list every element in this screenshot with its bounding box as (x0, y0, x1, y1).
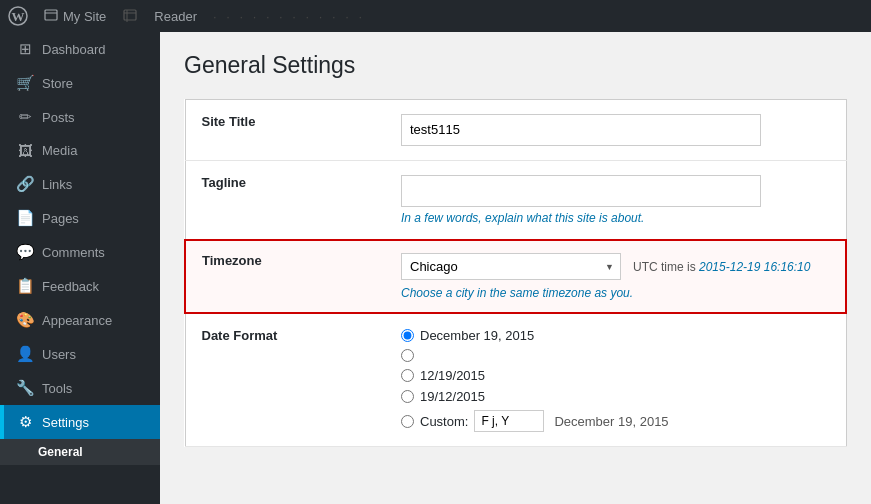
date-custom-result: December 19, 2015 (554, 414, 668, 429)
sidebar-item-media[interactable]: 🖼 Media (0, 134, 160, 167)
sidebar-item-settings[interactable]: ⚙ Settings (0, 405, 160, 439)
sidebar-item-pages[interactable]: 📄 Pages (0, 201, 160, 235)
date-option-eu[interactable]: 19/12/2015 (401, 389, 830, 404)
timezone-select[interactable]: Chicago UTC New York Los Angeles London … (401, 253, 621, 280)
users-icon: 👤 (16, 345, 34, 363)
tagline-cell: In a few words, explain what this site i… (385, 161, 846, 241)
sidebar-item-appearance[interactable]: 🎨 Appearance (0, 303, 160, 337)
tagline-label: Tagline (185, 161, 385, 241)
sidebar-label-links: Links (42, 177, 72, 192)
sidebar-label-posts: Posts (42, 110, 75, 125)
sidebar-label-pages: Pages (42, 211, 79, 226)
comments-icon: 💬 (16, 243, 34, 261)
reader-label: Reader (154, 9, 197, 24)
tagline-input[interactable] (401, 175, 761, 207)
sidebar-label-appearance: Appearance (42, 313, 112, 328)
sidebar-item-users[interactable]: 👤 Users (0, 337, 160, 371)
sidebar-label-settings: Settings (42, 415, 89, 430)
timezone-hint: Choose a city in the same timezone as yo… (401, 286, 829, 300)
date-option-custom[interactable]: Custom: December 19, 2015 (401, 410, 830, 432)
settings-icon: ⚙ (16, 413, 34, 431)
site-title-input[interactable] (401, 114, 761, 146)
top-bar: W My Site Reader · · · · · · · · · · · · (0, 0, 871, 32)
reader-link[interactable]: Reader (154, 9, 197, 24)
media-icon: 🖼 (16, 142, 34, 159)
sidebar-item-store[interactable]: 🛒 Store (0, 66, 160, 100)
dashboard-icon: ⊞ (16, 40, 34, 58)
timezone-label: Timezone (185, 240, 385, 313)
sidebar-label-users: Users (42, 347, 76, 362)
date-format-label: Date Format (185, 313, 385, 447)
sidebar: ⊞ Dashboard 🛒 Store ✏ Posts 🖼 Media 🔗 Li… (0, 32, 160, 504)
timezone-select-container: Chicago UTC New York Los Angeles London … (401, 253, 621, 280)
date-format-options: December 19, 2015 12/19/2015 19/12 (401, 328, 830, 432)
my-site-label: My Site (63, 9, 106, 24)
date-format-cell: December 19, 2015 12/19/2015 19/12 (385, 313, 846, 447)
date-format-row: Date Format December 19, 2015 (185, 313, 846, 447)
tagline-row: Tagline In a few words, explain what thi… (185, 161, 846, 241)
appearance-icon: 🎨 (16, 311, 34, 329)
date-option-long[interactable]: December 19, 2015 (401, 328, 830, 343)
date-radio-long[interactable] (401, 329, 414, 342)
utc-info: UTC time is 2015-12-19 16:16:10 (633, 260, 810, 274)
sidebar-label-dashboard: Dashboard (42, 42, 106, 57)
sidebar-item-comments[interactable]: 💬 Comments (0, 235, 160, 269)
date-option-us[interactable]: 12/19/2015 (401, 368, 830, 383)
sidebar-item-links[interactable]: 🔗 Links (0, 167, 160, 201)
topbar-dots: · · · · · · · · · · · · (213, 9, 365, 24)
date-radio-us[interactable] (401, 369, 414, 382)
timezone-select-wrap: Chicago UTC New York Los Angeles London … (401, 253, 829, 280)
date-label-us: 12/19/2015 (420, 368, 485, 383)
date-label-long: December 19, 2015 (420, 328, 534, 343)
sidebar-item-posts[interactable]: ✏ Posts (0, 100, 160, 134)
timezone-cell: Chicago UTC New York Los Angeles London … (385, 240, 846, 313)
date-option-empty[interactable] (401, 349, 830, 362)
tagline-hint: In a few words, explain what this site i… (401, 211, 830, 225)
date-radio-empty[interactable] (401, 349, 414, 362)
date-radio-eu[interactable] (401, 390, 414, 403)
site-title-cell (385, 100, 846, 161)
sidebar-label-media: Media (42, 143, 77, 158)
posts-icon: ✏ (16, 108, 34, 126)
sidebar-item-feedback[interactable]: 📋 Feedback (0, 269, 160, 303)
main-layout: ⊞ Dashboard 🛒 Store ✏ Posts 🖼 Media 🔗 Li… (0, 32, 871, 504)
utc-time-value: 2015-12-19 16:16:10 (699, 260, 810, 274)
feedback-icon: 📋 (16, 277, 34, 295)
sidebar-sub-general[interactable]: General (0, 439, 160, 465)
topbar-divider (122, 6, 138, 27)
date-custom-prefix: Custom: (420, 414, 468, 429)
sidebar-item-dashboard[interactable]: ⊞ Dashboard (0, 32, 160, 66)
pages-icon: 📄 (16, 209, 34, 227)
my-site-link[interactable]: My Site (44, 9, 106, 24)
links-icon: 🔗 (16, 175, 34, 193)
sidebar-item-tools[interactable]: 🔧 Tools (0, 371, 160, 405)
sidebar-label-store: Store (42, 76, 73, 91)
settings-table: Site Title Tagline In a few words, expla… (184, 99, 847, 447)
date-radio-custom[interactable] (401, 415, 414, 428)
svg-text:W: W (12, 9, 25, 24)
sidebar-label-tools: Tools (42, 381, 72, 396)
svg-rect-2 (45, 10, 57, 20)
content-area: General Settings Site Title Tagline In a… (160, 32, 871, 504)
wp-logo[interactable]: W (8, 6, 28, 26)
page-title: General Settings (184, 52, 847, 79)
timezone-row: Timezone Chicago UTC New York Los Angele… (185, 240, 846, 313)
svg-rect-4 (124, 10, 136, 20)
date-label-eu: 19/12/2015 (420, 389, 485, 404)
tools-icon: 🔧 (16, 379, 34, 397)
sidebar-label-comments: Comments (42, 245, 105, 260)
sidebar-label-feedback: Feedback (42, 279, 99, 294)
site-title-label: Site Title (185, 100, 385, 161)
date-custom-input[interactable] (474, 410, 544, 432)
store-icon: 🛒 (16, 74, 34, 92)
utc-prefix: UTC time is (633, 260, 696, 274)
site-title-row: Site Title (185, 100, 846, 161)
